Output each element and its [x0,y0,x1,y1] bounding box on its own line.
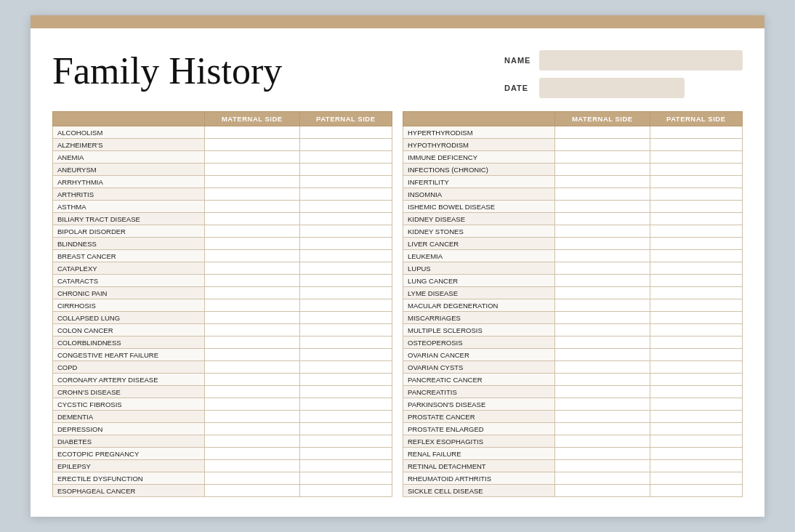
paternal-cell[interactable] [650,176,742,188]
maternal-cell[interactable] [555,287,650,299]
paternal-cell[interactable] [650,472,742,485]
paternal-cell[interactable] [299,312,392,324]
paternal-cell[interactable] [650,201,742,213]
paternal-cell[interactable] [650,238,742,250]
paternal-cell[interactable] [299,188,392,201]
maternal-cell[interactable] [555,336,650,349]
maternal-cell[interactable] [555,349,650,361]
paternal-cell[interactable] [299,126,392,139]
paternal-cell[interactable] [299,336,392,349]
maternal-cell[interactable] [205,423,299,435]
paternal-cell[interactable] [299,386,392,398]
paternal-cell[interactable] [299,201,392,213]
maternal-cell[interactable] [555,299,650,312]
paternal-cell[interactable] [299,472,392,485]
maternal-cell[interactable] [555,213,650,225]
paternal-cell[interactable] [650,299,742,312]
paternal-cell[interactable] [299,435,392,448]
paternal-cell[interactable] [650,151,742,164]
maternal-cell[interactable] [205,411,299,423]
maternal-cell[interactable] [555,448,650,460]
paternal-cell[interactable] [299,213,392,225]
paternal-cell[interactable] [299,448,392,460]
paternal-cell[interactable] [299,374,392,386]
maternal-cell[interactable] [555,485,650,497]
paternal-cell[interactable] [650,448,742,460]
maternal-cell[interactable] [205,435,299,448]
paternal-cell[interactable] [299,151,392,164]
maternal-cell[interactable] [205,361,299,374]
paternal-cell[interactable] [299,423,392,435]
maternal-cell[interactable] [555,126,650,139]
maternal-cell[interactable] [555,164,650,176]
maternal-cell[interactable] [555,201,650,213]
maternal-cell[interactable] [205,472,299,485]
maternal-cell[interactable] [205,126,299,139]
maternal-cell[interactable] [205,349,299,361]
maternal-cell[interactable] [205,374,299,386]
paternal-cell[interactable] [650,188,742,201]
paternal-cell[interactable] [299,299,392,312]
paternal-cell[interactable] [650,139,742,151]
maternal-cell[interactable] [205,164,299,176]
maternal-cell[interactable] [205,238,299,250]
maternal-cell[interactable] [555,225,650,238]
paternal-cell[interactable] [299,139,392,151]
paternal-cell[interactable] [650,411,742,423]
maternal-cell[interactable] [555,423,650,435]
maternal-cell[interactable] [205,336,299,349]
paternal-cell[interactable] [650,460,742,472]
maternal-cell[interactable] [555,411,650,423]
paternal-cell[interactable] [650,262,742,275]
maternal-cell[interactable] [555,312,650,324]
maternal-cell[interactable] [205,299,299,312]
paternal-cell[interactable] [299,411,392,423]
paternal-cell[interactable] [299,324,392,336]
paternal-cell[interactable] [299,361,392,374]
paternal-cell[interactable] [650,126,742,139]
maternal-cell[interactable] [555,262,650,275]
paternal-cell[interactable] [650,225,742,238]
paternal-cell[interactable] [650,287,742,299]
maternal-cell[interactable] [555,398,650,411]
maternal-cell[interactable] [555,238,650,250]
maternal-cell[interactable] [555,361,650,374]
maternal-cell[interactable] [555,250,650,262]
maternal-cell[interactable] [205,250,299,262]
paternal-cell[interactable] [299,349,392,361]
maternal-cell[interactable] [205,287,299,299]
paternal-cell[interactable] [650,275,742,287]
maternal-cell[interactable] [205,448,299,460]
maternal-cell[interactable] [205,176,299,188]
maternal-cell[interactable] [205,201,299,213]
paternal-cell[interactable] [299,485,392,497]
maternal-cell[interactable] [205,262,299,275]
maternal-cell[interactable] [205,151,299,164]
maternal-cell[interactable] [555,460,650,472]
paternal-cell[interactable] [299,398,392,411]
paternal-cell[interactable] [299,262,392,275]
maternal-cell[interactable] [555,386,650,398]
paternal-cell[interactable] [650,485,742,497]
maternal-cell[interactable] [555,176,650,188]
maternal-cell[interactable] [205,139,299,151]
name-input[interactable] [539,50,743,70]
maternal-cell[interactable] [205,398,299,411]
paternal-cell[interactable] [650,250,742,262]
maternal-cell[interactable] [205,275,299,287]
paternal-cell[interactable] [650,349,742,361]
maternal-cell[interactable] [555,275,650,287]
maternal-cell[interactable] [205,485,299,497]
paternal-cell[interactable] [650,361,742,374]
paternal-cell[interactable] [650,336,742,349]
paternal-cell[interactable] [650,213,742,225]
maternal-cell[interactable] [205,312,299,324]
paternal-cell[interactable] [650,164,742,176]
paternal-cell[interactable] [299,164,392,176]
paternal-cell[interactable] [299,287,392,299]
date-input[interactable] [539,78,685,98]
paternal-cell[interactable] [650,386,742,398]
maternal-cell[interactable] [205,225,299,238]
maternal-cell[interactable] [205,188,299,201]
paternal-cell[interactable] [299,176,392,188]
